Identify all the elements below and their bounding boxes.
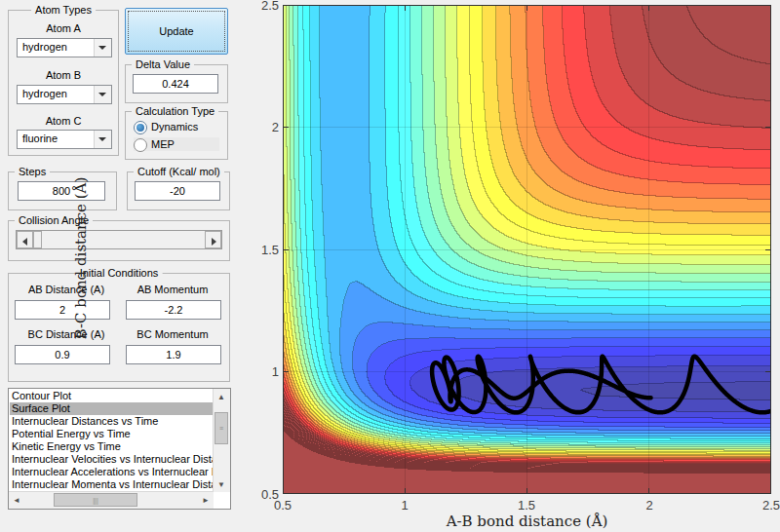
list-item[interactable]: Contour Plot — [10, 390, 214, 402]
x-tick: 2 — [633, 498, 666, 513]
calculation-type-title: Calculation Type — [132, 105, 218, 117]
x-tick: 1 — [388, 498, 421, 513]
atom-types-title: Atom Types — [31, 4, 96, 16]
cutoff-title: Cutoff (Kcal/ mol) — [134, 166, 224, 177]
y-tick: 2.5 — [246, 0, 279, 13]
bc-distance-input[interactable] — [15, 345, 110, 364]
list-item[interactable]: Internuclear Distances vs Time — [10, 415, 214, 428]
radio-mep-label: MEP — [151, 138, 175, 150]
collision-angle-slider[interactable] — [16, 230, 222, 249]
y-tick: 1.5 — [246, 243, 279, 257]
atom-a-value: hydrogen — [22, 41, 67, 53]
collision-angle-panel: Collision Angle — [8, 220, 230, 261]
atom-a-label: Atom A — [9, 22, 118, 34]
vertical-scroll-thumb[interactable]: ≡ — [214, 412, 228, 444]
chevron-down-icon — [98, 137, 106, 141]
cutoff-input[interactable] — [135, 181, 220, 201]
update-button-label: Update — [128, 11, 225, 52]
scroll-down-button[interactable]: ▼ — [214, 476, 229, 492]
list-item-selected[interactable]: Surface Plot — [10, 402, 214, 415]
initial-conditions-panel: Initial Conditions AB Distance (A) AB Mo… — [8, 273, 230, 382]
bc-momentum-input[interactable] — [126, 345, 221, 364]
steps-title: Steps — [15, 166, 50, 177]
ab-momentum-label: AB Momentum — [124, 284, 221, 295]
ab-momentum-input[interactable] — [126, 300, 221, 320]
cutoff-panel: Cutoff (Kcal/ mol) — [127, 171, 230, 210]
list-item[interactable]: Internuclear Velocities vs Internuclear … — [10, 453, 214, 466]
y-tick: 2 — [246, 120, 279, 134]
y-axis-label: B-C bond distance (Å) — [72, 132, 90, 385]
x-tick: 1.5 — [510, 498, 543, 513]
list-item[interactable]: Internuclear Momenta vs Internuclear Dis… — [10, 478, 214, 491]
vertical-scrollbar[interactable]: ▲ ≡ ▼ — [213, 389, 230, 492]
scroll-left-button[interactable]: ◄ — [9, 492, 24, 508]
atom-b-dropdown[interactable]: hydrogen — [17, 85, 112, 104]
x-tick: 2.5 — [755, 498, 780, 513]
plot-type-list: Contour Plot Surface Plot Internuclear D… — [10, 390, 214, 492]
atom-c-dropdown-button[interactable] — [94, 131, 111, 148]
atom-a-dropdown-button[interactable] — [94, 39, 111, 57]
chevron-down-icon — [98, 93, 106, 96]
scroll-right-button[interactable]: ► — [198, 492, 214, 508]
arrow-left-icon — [22, 238, 27, 246]
arrow-right-icon — [212, 238, 216, 246]
radio-dynamics-label: Dynamics — [151, 121, 198, 133]
ab-distance-input[interactable] — [15, 300, 110, 320]
horizontal-scrollbar[interactable]: ◄ ||| ► — [9, 491, 214, 509]
slider-right-button[interactable] — [205, 231, 221, 248]
radio-unselected-icon — [134, 138, 147, 152]
delta-value-input[interactable] — [133, 74, 218, 94]
radio-dynamics[interactable]: Dynamics — [134, 120, 219, 133]
bc-momentum-label: BC Momentum — [124, 328, 221, 340]
chevron-down-icon — [98, 46, 106, 50]
slider-thumb[interactable] — [33, 231, 42, 248]
mdsim-window: Atom Types Atom A hydrogen Atom B hydrog… — [0, 0, 780, 532]
x-axis-label: A-B bond distance (Å) — [283, 513, 771, 530]
y-tick: 1 — [246, 364, 279, 379]
atom-b-dropdown-button[interactable] — [94, 86, 111, 103]
delta-value-panel: Delta Value — [125, 64, 228, 103]
horizontal-scroll-thumb[interactable]: ||| — [54, 493, 137, 507]
list-item[interactable]: Kinetic Energy vs Time — [10, 440, 214, 453]
steps-panel: Steps — [8, 171, 117, 210]
delta-value-title: Delta Value — [132, 58, 194, 70]
slider-left-button[interactable] — [17, 231, 33, 248]
calculation-type-panel: Calculation Type Dynamics MEP — [125, 111, 228, 160]
atom-c-dropdown[interactable]: fluorine — [17, 130, 112, 149]
radio-selected-icon — [134, 121, 147, 134]
contour-plot — [283, 5, 771, 494]
atom-types-panel: Atom Types Atom A hydrogen Atom B hydrog… — [8, 10, 119, 156]
atom-b-label: Atom B — [9, 69, 118, 81]
y-tick: 0.5 — [246, 487, 279, 502]
atom-b-value: hydrogen — [22, 88, 67, 99]
radio-mep[interactable]: MEP — [134, 137, 219, 151]
update-button[interactable]: Update — [125, 8, 228, 55]
atom-c-value: fluorine — [22, 133, 58, 144]
atom-c-label: Atom C — [9, 115, 118, 127]
list-item[interactable]: Potential Energy vs Time — [10, 428, 214, 440]
bc-distance-label: BC Distance (A) — [15, 328, 118, 340]
atom-a-dropdown[interactable]: hydrogen — [17, 38, 112, 57]
plot-type-listbox[interactable]: Contour Plot Surface Plot Internuclear D… — [8, 388, 231, 510]
ab-distance-label: AB Distance (A) — [15, 284, 118, 295]
scroll-up-button[interactable]: ▲ — [214, 389, 229, 404]
list-item[interactable]: Internuclear Accelerations vs Internucle… — [10, 466, 214, 478]
steps-input[interactable] — [18, 181, 105, 201]
